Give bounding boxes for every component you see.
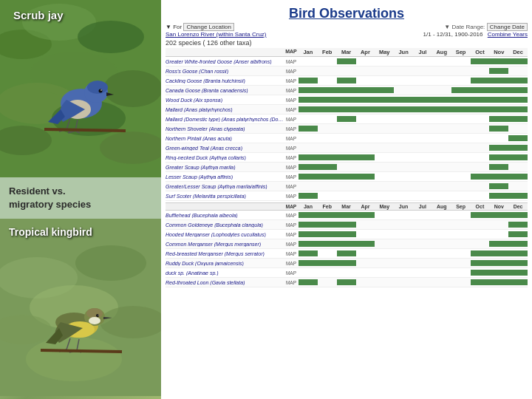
bar-cell — [356, 191, 375, 200]
presence-bar — [489, 241, 508, 247]
bar-cell — [413, 163, 432, 171]
empty-bar — [413, 183, 432, 189]
species-name[interactable]: Common Merganser (Mergus merganser) — [166, 242, 284, 247]
map-link[interactable]: MAP — [284, 59, 299, 64]
presence-bar — [508, 145, 528, 151]
map-link[interactable]: MAP — [284, 194, 299, 199]
map-link[interactable]: MAP — [284, 174, 299, 180]
species-name[interactable]: Red-breasted Merganser (Mergus serrator) — [166, 251, 284, 256]
bar-cell — [394, 76, 413, 85]
empty-bar — [356, 231, 375, 237]
empty-bar — [471, 154, 490, 160]
map-link[interactable]: MAP — [284, 242, 299, 247]
bar-cell — [318, 57, 337, 66]
bar-cell — [451, 66, 471, 75]
presence-bar — [489, 78, 508, 83]
presence-bar — [508, 174, 528, 180]
presence-bar — [337, 260, 356, 266]
bar-cell — [394, 182, 413, 191]
species-name[interactable]: Greater White-fronted Goose (Anser albif… — [166, 59, 284, 64]
map-link[interactable]: MAP — [284, 165, 299, 170]
svg-point-18 — [75, 245, 146, 281]
bar-cell — [356, 268, 375, 277]
species-name[interactable]: Hooded Merganser (Lophodytes cucullatus) — [166, 232, 284, 237]
map-link[interactable]: MAP — [284, 251, 299, 256]
bar-cell — [299, 239, 318, 248]
bar-cell — [318, 76, 337, 85]
bar-cell — [432, 172, 451, 181]
presence-bar — [337, 250, 356, 256]
species-name[interactable]: Cackling Goose (Branta hutchinsii) — [166, 78, 284, 83]
for-label: ▼ For — [166, 24, 182, 30]
species-name[interactable]: Ruddy Duck (Oxyura jamaicensis) — [166, 261, 284, 266]
location-link[interactable]: San Lorenzo River (within Santa Cruz) — [166, 31, 267, 38]
species-name[interactable]: Greater Scaup (Aythya marila) — [166, 165, 284, 170]
empty-bar — [489, 135, 508, 141]
species-name[interactable]: Mallard (Anas platyrhynchos) — [166, 107, 284, 112]
map-link[interactable]: MAP — [284, 117, 299, 122]
empty-bar — [318, 250, 337, 256]
species-name[interactable]: Canada Goose (Branta canadensis) — [166, 88, 284, 93]
map-link[interactable]: MAP — [284, 146, 299, 151]
species-name[interactable]: Green-winged Teal (Anas crecca) — [166, 146, 284, 151]
empty-bar — [471, 231, 490, 237]
map-link[interactable]: MAP — [284, 88, 299, 93]
empty-bar — [318, 68, 337, 74]
map-link[interactable]: MAP — [284, 184, 299, 189]
species-name[interactable]: Northern Shoveler (Anas clypeata) — [166, 126, 284, 132]
bar-cell — [413, 124, 432, 133]
bar-cell — [508, 239, 528, 248]
map-link[interactable]: MAP — [284, 261, 299, 266]
bar-cell — [508, 259, 528, 267]
presence-bar — [299, 78, 318, 83]
change-date-button[interactable]: Change Date — [487, 23, 528, 31]
presence-bar — [337, 87, 356, 93]
bar-cell — [451, 211, 471, 219]
empty-bar — [356, 260, 375, 266]
species-name[interactable]: Ross's Goose (Chan rossii) — [166, 69, 284, 74]
bar-cell — [299, 211, 318, 219]
map-link[interactable]: MAP — [284, 222, 299, 228]
empty-bar — [375, 260, 394, 266]
map-link[interactable]: MAP — [284, 78, 299, 83]
map-link[interactable]: MAP — [284, 136, 299, 141]
bar-cell — [356, 143, 375, 152]
species-name[interactable]: Northern Pintail (Anas acuta) — [166, 136, 284, 141]
presence-bar — [299, 126, 318, 132]
empty-bar — [337, 164, 356, 170]
species-name[interactable]: Common Goldeneye (Bucephala clangula) — [166, 222, 284, 228]
map-link[interactable]: MAP — [284, 232, 299, 237]
bar-cell — [375, 182, 394, 191]
species-name[interactable]: duck sp. (Anatinae sp.) — [166, 270, 284, 276]
species-name[interactable]: Bufflehead (Bucephala albeola) — [166, 213, 284, 218]
map-link[interactable]: MAP — [284, 280, 299, 285]
map-link[interactable]: MAP — [284, 107, 299, 112]
presence-bar — [489, 68, 508, 74]
empty-bar — [375, 250, 394, 256]
header-nov: Nov — [489, 49, 508, 55]
species-name[interactable]: Ring-necked Duck (Aythya collaris) — [166, 155, 284, 160]
map-link[interactable]: MAP — [284, 270, 299, 276]
map-link[interactable]: MAP — [284, 126, 299, 132]
species-name[interactable]: Surf Scoter (Melanitta perspicillata) — [166, 194, 284, 199]
bar-cell — [299, 259, 318, 267]
species-name[interactable]: Lesser Scaup (Aythya affinis) — [166, 174, 284, 180]
empty-bar — [489, 222, 508, 228]
change-location-button[interactable]: Change Location — [183, 23, 234, 31]
empty-bar — [413, 154, 432, 160]
species-name[interactable]: Greater/Lesser Scaup (Aythya marila/affi… — [166, 184, 284, 189]
presence-bar — [337, 174, 356, 180]
species-name[interactable]: Red-throated Loon (Gavia stellata) — [166, 280, 284, 285]
map-link[interactable]: MAP — [284, 98, 299, 103]
bar-cell — [299, 153, 318, 162]
map-link[interactable]: MAP — [284, 155, 299, 160]
map-link[interactable]: MAP — [284, 213, 299, 218]
empty-bar — [356, 58, 375, 64]
map-link[interactable]: MAP — [284, 69, 299, 74]
species-name[interactable]: Mallard (Domestic type) (Anas platyrhync… — [166, 117, 284, 122]
presence-bar — [508, 279, 528, 285]
empty-bar — [394, 58, 413, 64]
bar-cell — [356, 95, 375, 104]
species-name[interactable]: Wood Duck (Aix sponsa) — [166, 98, 284, 103]
bar-cell — [489, 57, 508, 66]
